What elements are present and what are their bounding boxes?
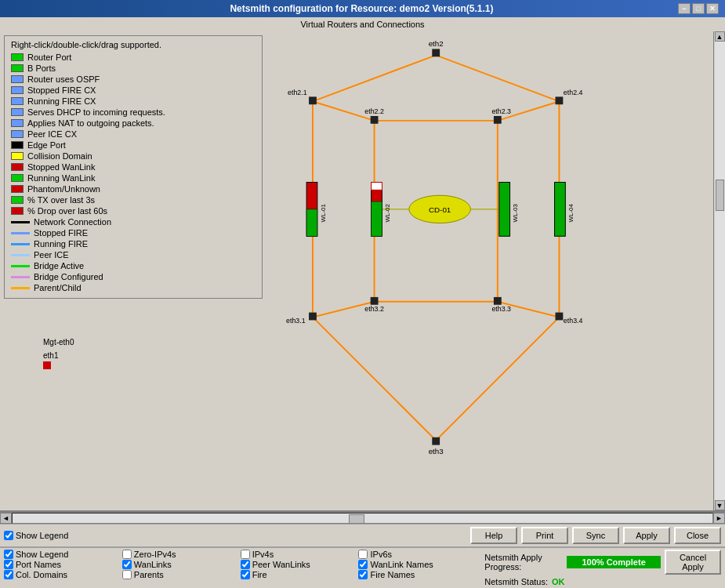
sync-button[interactable]: Sync: [572, 527, 619, 544]
svg-text:WL-03: WL-03: [512, 204, 519, 223]
mgt-eth0-node[interactable]: Mgt-eth0 eth1: [43, 338, 74, 369]
v-scroll-thumb[interactable]: [716, 180, 724, 211]
zero-ipv4s-cb[interactable]: Zero-IPv4s: [122, 550, 241, 559]
show-legend-input[interactable]: [4, 531, 13, 540]
progress-row: Netsmith Apply Progress: 100% Complete C…: [484, 550, 721, 575]
cancel-apply-button[interactable]: Cancel Apply: [665, 550, 721, 575]
progress-label: Netsmith Apply Progress:: [484, 553, 563, 572]
svg-text:eth2: eth2: [429, 39, 444, 48]
svg-text:CD-01: CD-01: [429, 205, 451, 214]
legend-item: Running WanLink: [11, 173, 256, 183]
help-button[interactable]: Help: [470, 527, 517, 544]
svg-text:eth2.2: eth2.2: [364, 107, 384, 115]
svg-text:eth3.3: eth3.3: [491, 305, 511, 313]
legend-item: B Ports: [11, 64, 256, 73]
svg-rect-23: [371, 116, 379, 124]
h-scroll-container: ◄ ►: [0, 512, 725, 524]
window-title: Netsmith configuration for Resource: dem…: [45, 3, 678, 14]
checkbox-group: Show Legend: [4, 531, 68, 540]
minimize-button[interactable]: −: [678, 3, 691, 14]
svg-text:eth3.1: eth3.1: [286, 317, 306, 325]
col-domains-cb[interactable]: Col. Domains: [4, 570, 122, 579]
svg-rect-13: [372, 182, 382, 190]
status-section: Netsmith Apply Progress: 100% Complete C…: [477, 550, 721, 586]
svg-text:WL-02: WL-02: [384, 204, 391, 222]
legend-item: Peer ICE: [11, 250, 256, 260]
scroll-right-btn[interactable]: ►: [713, 513, 725, 524]
svg-text:eth2.4: eth2.4: [564, 89, 583, 96]
section-title: Virtual Routers and Connections: [0, 17, 725, 31]
scroll-left-btn[interactable]: ◄: [0, 513, 12, 524]
svg-rect-35: [494, 297, 502, 305]
show-legend-checkbox[interactable]: Show Legend: [4, 531, 68, 540]
close-button[interactable]: Close: [674, 527, 721, 544]
status-row: Netsmith Status: OK: [484, 577, 721, 586]
wanlinks-cb[interactable]: WanLinks: [122, 560, 241, 569]
legend-item: Peer ICE CX: [11, 129, 256, 139]
svg-rect-12: [372, 201, 382, 236]
wanlink-names-cb[interactable]: WanLink Names: [358, 560, 477, 569]
fire-cb[interactable]: Fire: [241, 570, 359, 579]
close-window-button[interactable]: ✕: [706, 3, 719, 14]
checkbox-col-4: IPv6s WanLink Names Fire Names: [358, 550, 477, 586]
parents-cb[interactable]: Parents: [122, 570, 241, 579]
svg-text:WL-04: WL-04: [567, 204, 575, 223]
legend-panel: Right-click/double-click/drag supported.…: [4, 35, 263, 299]
legend-item: Stopped WanLink: [11, 162, 256, 172]
svg-rect-15: [499, 182, 510, 236]
legend-item: Network Connection: [11, 217, 256, 227]
maximize-button[interactable]: □: [692, 3, 705, 14]
svg-text:eth3: eth3: [429, 447, 444, 456]
legend-item: % TX over last 3s: [11, 195, 256, 205]
h-scroll-thumb[interactable]: [349, 514, 364, 524]
scroll-down-btn[interactable]: ▼: [715, 500, 725, 510]
svg-rect-31: [309, 313, 317, 321]
legend-item: Router Port: [11, 53, 256, 62]
status-label: Netsmith Status:: [484, 577, 548, 586]
scroll-up-btn[interactable]: ▲: [715, 31, 725, 42]
legend-hint: Right-click/double-click/drag supported.: [11, 40, 256, 49]
svg-rect-17: [555, 182, 566, 236]
svg-rect-37: [556, 313, 564, 321]
svg-rect-33: [371, 297, 379, 305]
progress-bar: 100% Complete: [567, 556, 661, 568]
peer-wanlinks-cb[interactable]: Peer WanLinks: [241, 560, 359, 569]
network-canvas-area: CD-01 WL-01 WL-02 WL-03 WL-0: [266, 31, 713, 510]
svg-text:eth2.3: eth2.3: [491, 107, 511, 115]
show-legend-cb[interactable]: Show Legend: [4, 550, 122, 559]
legend-item: Stopped FIRE: [11, 228, 256, 238]
legend-item: Applies NAT to outgoing packets.: [11, 118, 256, 128]
svg-text:eth3.4: eth3.4: [564, 317, 583, 325]
svg-rect-21: [309, 96, 317, 104]
checkbox-col-2: Zero-IPv4s WanLinks Parents: [122, 550, 241, 586]
fire-names-cb[interactable]: Fire Names: [358, 570, 477, 579]
v-scrollbar[interactable]: ▲ ▼: [713, 31, 725, 510]
checkbox-col-3: IPv4s Peer WanLinks Fire: [241, 550, 359, 586]
ipv4s-cb[interactable]: IPv4s: [241, 550, 359, 559]
bottom-buttons-row: Show Legend Help Print Sync Apply Close: [0, 524, 725, 547]
apply-button[interactable]: Apply: [623, 527, 670, 544]
legend-item: Running FIRE: [11, 239, 256, 249]
legend-item: Router uses OSPF: [11, 74, 256, 84]
checkboxes-row: Show Legend Port Names Col. Domains Zero…: [0, 547, 725, 588]
svg-text:WL-01: WL-01: [320, 204, 327, 222]
legend-item: Running FIRE CX: [11, 96, 256, 106]
legend-item: Bridge Configured: [11, 272, 256, 281]
bottom-bar: ◄ ► Show Legend Help Print Sync Apply Cl…: [0, 510, 725, 588]
h-scroll-track: [12, 513, 713, 524]
v-scroll-track: [715, 42, 725, 500]
port-names-cb[interactable]: Port Names: [4, 560, 122, 569]
print-button[interactable]: Print: [521, 527, 568, 544]
svg-rect-9: [306, 209, 317, 236]
svg-rect-29: [432, 437, 440, 445]
svg-text:eth2.1: eth2.1: [288, 89, 307, 96]
legend-item: Serves DHCP to incoming requests.: [11, 107, 256, 117]
legend-item: Bridge Active: [11, 261, 256, 270]
mgt-eth0-label: Mgt-eth0: [43, 338, 74, 347]
svg-text:eth3.2: eth3.2: [364, 305, 384, 313]
svg-rect-25: [494, 116, 502, 124]
title-bar: Netsmith configuration for Resource: dem…: [0, 0, 725, 17]
ipv6s-cb[interactable]: IPv6s: [358, 550, 477, 559]
legend-item: Stopped FIRE CX: [11, 85, 256, 95]
legend-item: % Drop over last 60s: [11, 206, 256, 216]
